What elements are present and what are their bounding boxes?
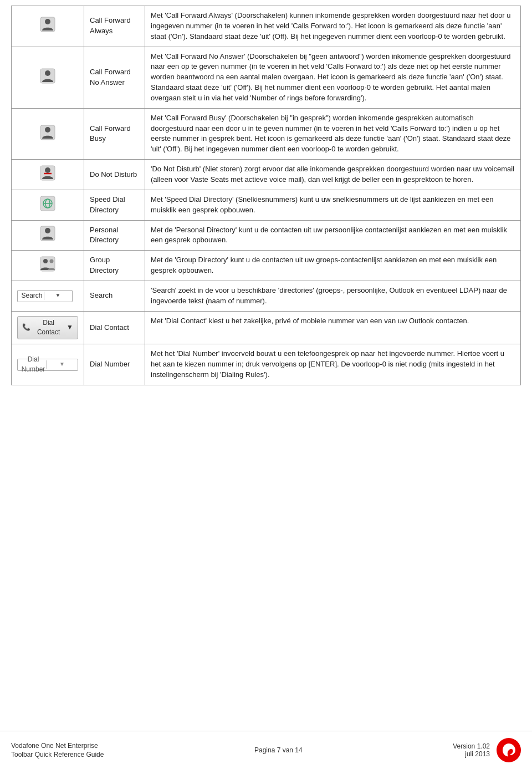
label-do-not-disturb: Do Not Disturb bbox=[90, 170, 137, 179]
desc-cell-personal-directory: Met de 'Personal Directory' kunt u de co… bbox=[145, 220, 521, 251]
footer-guide: Toolbar Quick Reference Guide bbox=[11, 751, 104, 758]
desc-dial-contact: Met 'Dial Contact' kiest u het zakelijke… bbox=[151, 317, 469, 325]
desc-cell-dial-number: Met het 'Dial Number' invoerveld bouwt u… bbox=[145, 344, 521, 385]
desc-cell-dial-contact: Met 'Dial Contact' kiest u het zakelijke… bbox=[145, 311, 521, 344]
icon-cell-call-forward-busy bbox=[12, 108, 84, 159]
label-personal-directory: Personal Directory bbox=[90, 226, 119, 245]
dial-number-text: Dial Number bbox=[20, 355, 47, 374]
icon-cell-dial-contact: 📞 Dial Contact ▼ bbox=[12, 311, 84, 344]
desc-search: 'Search' zoekt in de voor u beschikbare … bbox=[151, 286, 507, 305]
desc-personal-directory: Met de 'Personal Directory' kunt u de co… bbox=[151, 226, 507, 245]
desc-cell-group-directory: Met de 'Group Directory' kunt u de conta… bbox=[145, 251, 521, 281]
label-cell-personal-directory: Personal Directory bbox=[84, 220, 145, 251]
icon-cell-call-forward-always bbox=[12, 6, 84, 47]
svg-point-1 bbox=[45, 19, 50, 24]
footer-version-date: Version 1.02 juli 2013 bbox=[453, 742, 490, 758]
feature-table: Call Forward AlwaysMet 'Call Forward Alw… bbox=[11, 6, 521, 385]
footer-date: juli 2013 bbox=[453, 750, 490, 758]
desc-cell-speed-dial-directory: Met 'Speed Dial Directory' (Snelkiesnumm… bbox=[145, 190, 521, 220]
label-speed-dial-directory: Speed Dial Directory bbox=[90, 195, 125, 214]
icon-cell-personal-directory bbox=[12, 220, 84, 251]
label-cell-do-not-disturb: Do Not Disturb bbox=[84, 160, 145, 190]
desc-cell-search: 'Search' zoekt in de voor u beschikbare … bbox=[145, 281, 521, 311]
desc-group-directory: Met de 'Group Directory' kunt u de conta… bbox=[151, 256, 497, 274]
svg-point-5 bbox=[45, 127, 50, 133]
desc-call-forward-no-answer: Met 'Call Forward No Answer' (Doorschake… bbox=[151, 52, 510, 102]
desc-call-forward-busy: Met 'Call Forward Busy' (Doorschakelen b… bbox=[151, 114, 510, 154]
dial-contact-button[interactable]: 📞 Dial Contact ▼ bbox=[17, 316, 78, 340]
dial-contact-icon: 📞 bbox=[22, 323, 30, 332]
desc-do-not-disturb: 'Do Not Disturb' (Niet storen) zorgt erv… bbox=[151, 165, 514, 184]
main-content: Call Forward AlwaysMet 'Call Forward Alw… bbox=[0, 0, 532, 731]
search-input-text: Search bbox=[20, 291, 44, 301]
label-call-forward-no-answer: Call Forward No Answer bbox=[90, 68, 131, 86]
desc-dial-number: Met het 'Dial Number' invoerveld bouwt u… bbox=[151, 349, 504, 379]
row-call-forward-busy: Call Forward BusyMet 'Call Forward Busy'… bbox=[12, 108, 521, 159]
icon-cell-do-not-disturb bbox=[12, 160, 84, 190]
label-cell-dial-number: Dial Number bbox=[84, 344, 145, 385]
label-dial-number: Dial Number bbox=[90, 360, 130, 368]
desc-call-forward-always: Met 'Call Forward Always' (Doorschakelen… bbox=[151, 11, 511, 40]
desc-cell-call-forward-busy: Met 'Call Forward Busy' (Doorschakelen b… bbox=[145, 108, 521, 159]
icon-cell-call-forward-no-answer bbox=[12, 47, 84, 108]
label-dial-contact: Dial Contact bbox=[90, 323, 129, 332]
label-cell-speed-dial-directory: Speed Dial Directory bbox=[84, 190, 145, 220]
label-cell-search: Search bbox=[84, 281, 145, 311]
svg-point-14 bbox=[45, 228, 50, 233]
dial-number-dropdown[interactable]: ▼ bbox=[47, 360, 75, 369]
dial-number-input[interactable]: Dial Number ▼ bbox=[17, 359, 78, 371]
footer-company: Vodafone One Net Enterprise bbox=[11, 742, 104, 750]
row-call-forward-no-answer: Call Forward No AnswerMet 'Call Forward … bbox=[12, 47, 521, 108]
svg-point-3 bbox=[45, 70, 50, 76]
vodafone-logo bbox=[497, 738, 521, 762]
icon-cell-group-directory bbox=[12, 251, 84, 281]
desc-cell-call-forward-always: Met 'Call Forward Always' (Doorschakelen… bbox=[145, 6, 521, 47]
dial-contact-label: Dial Contact bbox=[33, 318, 64, 338]
row-personal-directory: Personal DirectoryMet de 'Personal Direc… bbox=[12, 220, 521, 251]
footer-version: Version 1.02 bbox=[453, 742, 490, 750]
footer-left: Vodafone One Net Enterprise Toolbar Quic… bbox=[11, 742, 104, 758]
label-call-forward-busy: Call Forward Busy bbox=[90, 124, 131, 143]
row-dial-number: Dial Number ▼ Dial NumberMet het 'Dial N… bbox=[12, 344, 521, 385]
label-cell-call-forward-busy: Call Forward Busy bbox=[84, 108, 145, 159]
desc-speed-dial-directory: Met 'Speed Dial Directory' (Snelkiesnumm… bbox=[151, 195, 493, 214]
search-dropdown-arrow[interactable]: ▼ bbox=[44, 292, 70, 300]
svg-point-7 bbox=[45, 167, 50, 173]
footer-right: Version 1.02 juli 2013 bbox=[453, 738, 521, 762]
icon-cell-search: Search ▼ bbox=[12, 281, 84, 311]
label-call-forward-always: Call Forward Always bbox=[90, 16, 131, 35]
row-do-not-disturb: Do Not Disturb'Do Not Disturb' (Niet sto… bbox=[12, 160, 521, 190]
label-cell-call-forward-always: Call Forward Always bbox=[84, 6, 145, 47]
label-search: Search bbox=[90, 291, 112, 299]
icon-cell-speed-dial-directory bbox=[12, 190, 84, 220]
row-group-directory: Group DirectoryMet de 'Group Directory' … bbox=[12, 251, 521, 281]
desc-cell-call-forward-no-answer: Met 'Call Forward No Answer' (Doorschake… bbox=[145, 47, 521, 108]
label-group-directory: Group Directory bbox=[90, 256, 119, 274]
row-dial-contact: 📞 Dial Contact ▼ Dial ContactMet 'Dial C… bbox=[12, 311, 521, 344]
footer-page: Pagina 7 van 14 bbox=[254, 746, 303, 754]
svg-point-17 bbox=[50, 259, 54, 263]
svg-point-16 bbox=[43, 259, 48, 263]
desc-cell-do-not-disturb: 'Do Not Disturb' (Niet storen) zorgt erv… bbox=[145, 160, 521, 190]
row-call-forward-always: Call Forward AlwaysMet 'Call Forward Alw… bbox=[12, 6, 521, 47]
row-speed-dial-directory: Speed Dial DirectoryMet 'Speed Dial Dire… bbox=[12, 190, 521, 220]
label-cell-dial-contact: Dial Contact bbox=[84, 311, 145, 344]
dial-contact-dropdown[interactable]: ▼ bbox=[66, 323, 73, 332]
row-search: Search ▼ Search'Search' zoekt in de voor… bbox=[12, 281, 521, 311]
search-input-widget[interactable]: Search ▼ bbox=[17, 290, 73, 302]
label-cell-group-directory: Group Directory bbox=[84, 251, 145, 281]
icon-cell-dial-number: Dial Number ▼ bbox=[12, 344, 84, 385]
label-cell-call-forward-no-answer: Call Forward No Answer bbox=[84, 47, 145, 108]
footer: Vodafone One Net Enterprise Toolbar Quic… bbox=[0, 731, 532, 769]
